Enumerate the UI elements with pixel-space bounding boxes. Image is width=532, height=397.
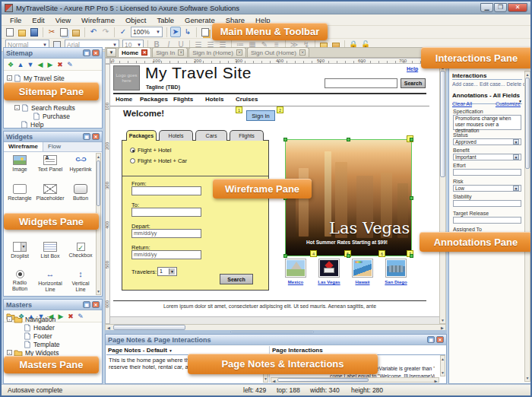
tab-close-icon[interactable]: ✕: [178, 49, 184, 56]
canvas-vscrollbar[interactable]: ▲ ▼: [439, 64, 446, 324]
widget-text-panel[interactable]: Text Panel: [36, 155, 65, 173]
widget-vertical-line[interactable]: ↕ Vertical Line: [66, 269, 95, 292]
nav-hotels[interactable]: Hotels: [205, 96, 223, 103]
from-input[interactable]: [131, 186, 201, 195]
form-tab-cars[interactable]: Cars: [195, 130, 227, 141]
tree-item[interactable]: Help: [21, 120, 43, 129]
widget-button[interactable]: Button: [66, 184, 95, 202]
add-case-link[interactable]: Add case...: [452, 81, 478, 87]
widget-hyperlink[interactable]: C–Ɔ Hyperlink: [66, 155, 95, 173]
scroll-up-icon[interactable]: ▲: [525, 72, 530, 77]
radio-flight-hotel[interactable]: Flight + Hotel: [130, 147, 171, 154]
scroll-down-icon[interactable]: ▼: [264, 376, 268, 381]
resize-handle[interactable]: [410, 254, 413, 258]
pane-options-icon[interactable]: ▣: [83, 301, 90, 308]
scroll-up-icon[interactable]: ▲: [441, 357, 445, 361]
menu-object[interactable]: Object: [120, 15, 151, 25]
return-input[interactable]: mm/dd/yy: [131, 250, 201, 259]
annotations-scrollbar[interactable]: ▲ ▼: [524, 71, 530, 382]
pane-options-icon[interactable]: ▣: [427, 336, 435, 343]
add-page-icon[interactable]: ❖: [6, 60, 15, 69]
resize-handle[interactable]: [410, 138, 413, 141]
maximize-button[interactable]: ❐: [494, 3, 507, 12]
sign-in-button[interactable]: Sign In: [246, 110, 275, 121]
collapse-icon[interactable]: -: [7, 316, 12, 322]
site-search-input[interactable]: [325, 78, 397, 88]
widget-image[interactable]: Image: [5, 155, 34, 173]
footnote-marker[interactable]: 6: [378, 250, 385, 257]
site-title[interactable]: My Travel Site: [145, 64, 252, 82]
menu-edit[interactable]: Edit: [27, 15, 49, 25]
form-search-button[interactable]: Search: [220, 274, 253, 284]
thumb-mexico[interactable]: [285, 259, 306, 278]
widget-radio-button[interactable]: Radio Button: [5, 269, 34, 291]
tab-close-icon[interactable]: ✕: [299, 49, 306, 56]
nav-packages[interactable]: Packages: [140, 96, 168, 103]
tab-flow[interactable]: Flow: [43, 142, 65, 151]
connector-tool-icon[interactable]: ↳: [182, 27, 193, 37]
risk-select[interactable]: Low▼: [453, 185, 521, 192]
move-down-icon[interactable]: ▼: [26, 60, 35, 69]
tab-sign-in-home[interactable]: Sign In (Home) ✕: [188, 47, 246, 57]
thumb-las-vegas[interactable]: [318, 259, 340, 278]
widget-horizontal-line[interactable]: ↔ Horizontal Line: [36, 269, 65, 292]
scroll-right-icon[interactable]: ▶: [434, 379, 438, 383]
bring-front-icon[interactable]: [201, 28, 209, 37]
footnote-marker[interactable]: 1: [236, 106, 242, 113]
radio-flight-hotel-car[interactable]: Flight + Hotel + Car: [130, 157, 187, 164]
form-tab-flights[interactable]: Flights: [230, 130, 264, 141]
tree-item[interactable]: - Search Results: [14, 103, 75, 112]
specification-textarea[interactable]: Promotions change when user mouses over …: [453, 115, 521, 130]
status-select[interactable]: Approved▼: [453, 138, 521, 145]
pane-options-icon[interactable]: ▣: [83, 133, 90, 140]
tree-item[interactable]: Purchase: [33, 112, 70, 120]
resize-handle[interactable]: [283, 254, 287, 258]
interactions-hscrollbar[interactable]: ◀ ▶: [271, 377, 439, 383]
tree-item[interactable]: Template: [24, 340, 60, 348]
tab-wireframe[interactable]: Wireframe: [4, 142, 43, 151]
save-icon[interactable]: [30, 28, 38, 37]
pane-close-icon[interactable]: ✕: [92, 301, 100, 308]
open-icon[interactable]: [18, 30, 26, 37]
resize-handle[interactable]: [347, 254, 350, 258]
tab-close-icon[interactable]: ✕: [236, 49, 242, 56]
form-tab-hotels[interactable]: Hotels: [159, 130, 193, 141]
paste-icon[interactable]: [72, 30, 80, 37]
scroll-left-icon[interactable]: ◀: [272, 379, 276, 383]
resize-handle[interactable]: [283, 138, 287, 141]
widget-droplist[interactable]: Droplist: [5, 242, 34, 259]
edit-case-link[interactable]: Edit case...: [480, 81, 505, 87]
copy-icon[interactable]: [60, 28, 68, 37]
tree-item[interactable]: - Navigation: [7, 315, 55, 323]
pointer-tool-icon[interactable]: ➤: [170, 27, 181, 37]
delete-page-icon[interactable]: ✖: [55, 60, 65, 69]
widget-list-box[interactable]: List Box: [36, 242, 65, 259]
interactions-vscrollbar[interactable]: ▲ ▼: [440, 355, 445, 376]
customize-link[interactable]: Customize: [496, 101, 521, 106]
collapse-icon[interactable]: -: [7, 350, 12, 355]
collapse-icon[interactable]: -: [7, 75, 12, 81]
thumb-hawaii[interactable]: [352, 259, 373, 278]
thumb-link[interactable]: Mexico: [281, 280, 310, 284]
thumb-san-diego[interactable]: [385, 259, 407, 278]
pane-close-icon[interactable]: ✕: [92, 49, 100, 56]
tagline[interactable]: Tagline (TBD): [146, 84, 180, 90]
indent-right-icon[interactable]: ▶: [46, 60, 55, 69]
pane-close-icon[interactable]: ✕: [436, 336, 444, 343]
tab-sign-out-home[interactable]: Sign Out (Home) ✕: [247, 47, 309, 57]
site-search-button[interactable]: Search: [401, 78, 426, 88]
menu-file[interactable]: File: [5, 15, 27, 25]
redo-icon[interactable]: ↷: [100, 27, 111, 37]
menu-table[interactable]: Table: [151, 15, 179, 25]
nav-cruises[interactable]: Cruises: [236, 96, 258, 103]
spellcheck-icon[interactable]: ✓: [118, 27, 128, 37]
footnote-marker[interactable]: 4: [310, 250, 317, 257]
close-button[interactable]: ✕: [508, 3, 527, 12]
menu-wireframe[interactable]: Wireframe: [76, 15, 120, 25]
resize-handle[interactable]: [347, 138, 350, 141]
cut-icon[interactable]: ✂: [46, 27, 57, 37]
scroll-down-icon[interactable]: ▼: [441, 370, 445, 375]
move-up-icon[interactable]: ▲: [16, 60, 25, 69]
widget-rectangle[interactable]: Rectangle: [5, 184, 34, 202]
scroll-down-icon[interactable]: ▼: [525, 376, 530, 380]
